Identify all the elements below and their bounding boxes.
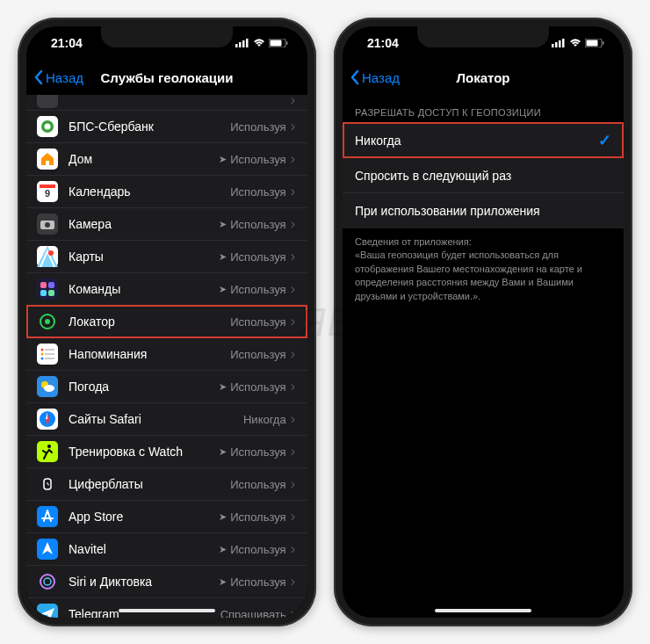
- app-icon: [37, 409, 58, 430]
- table-row-partial[interactable]: ›: [26, 95, 307, 111]
- svg-rect-29: [45, 349, 54, 351]
- app-icon: [37, 95, 58, 108]
- svg-rect-1: [239, 42, 242, 47]
- table-row[interactable]: Siri и Диктовка ➤ Используя ›: [26, 566, 307, 598]
- table-row[interactable]: Сайты Safari Никогда ›: [26, 403, 307, 436]
- svg-rect-0: [235, 44, 238, 47]
- app-icon: [37, 213, 58, 235]
- app-name: Сайты Safari: [69, 412, 243, 426]
- svg-point-40: [47, 445, 51, 448]
- app-name: Тренировка с Watch: [69, 445, 219, 459]
- svg-rect-23: [48, 290, 54, 296]
- svg-point-28: [41, 349, 44, 351]
- table-row[interactable]: Циферблаты Используя ›: [26, 468, 307, 501]
- app-status: ➤ Используя: [219, 250, 285, 264]
- app-status: Используя: [230, 315, 285, 329]
- options-content[interactable]: РАЗРЕШАТЬ ДОСТУП К ГЕОПОЗИЦИИ Никогда ✓ …: [343, 95, 624, 618]
- location-arrow-icon: ➤: [219, 544, 227, 555]
- table-row[interactable]: Напоминания Используя ›: [26, 338, 307, 371]
- chevron-right-icon: ›: [291, 249, 295, 264]
- option-row[interactable]: Спросить в следующий раз: [343, 158, 624, 193]
- app-icon: 9: [37, 181, 58, 202]
- app-name: App Store: [69, 510, 219, 524]
- nav-bar: Назад Локатор: [343, 60, 624, 95]
- app-icon: [37, 116, 58, 137]
- table-row[interactable]: App Store ➤ Используя ›: [26, 501, 307, 533]
- status-indicators: [552, 39, 604, 47]
- wifi-icon: [253, 39, 265, 47]
- app-list-content[interactable]: › БПС-Сбербанк Используя › Дом ➤ Использ…: [26, 95, 307, 618]
- status-indicators: [235, 39, 288, 47]
- chevron-right-icon: ›: [291, 606, 295, 618]
- app-icon: [37, 246, 58, 267]
- svg-rect-59: [587, 40, 598, 47]
- svg-rect-20: [40, 282, 47, 288]
- chevron-right-icon: ›: [291, 411, 295, 427]
- svg-rect-3: [246, 39, 249, 47]
- app-status: ➤ Используя: [219, 218, 285, 231]
- app-status: Используя: [230, 478, 285, 491]
- app-name: Siri и Диктовка: [69, 575, 219, 589]
- signal-icon: [552, 39, 566, 47]
- home-indicator[interactable]: [119, 609, 215, 612]
- app-name: Команды: [69, 282, 219, 296]
- screen-right: 21:04 Назад Локатор РАЗРЕШАТЬ ДОСТУП К Г…: [343, 26, 624, 618]
- phone-left: 21:04 Назад Службы геолокации › БПС-Сбер…: [18, 18, 316, 626]
- nav-bar: Назад Службы геолокации: [26, 60, 307, 95]
- table-row[interactable]: Карты ➤ Используя ›: [26, 241, 307, 273]
- back-label: Назад: [46, 70, 83, 85]
- table-row[interactable]: Погода ➤ Используя ›: [26, 371, 307, 403]
- location-arrow-icon: ➤: [219, 251, 227, 263]
- location-arrow-icon: ➤: [219, 284, 227, 295]
- svg-rect-48: [37, 604, 58, 618]
- app-icon: [37, 344, 58, 365]
- option-label: Никогда: [355, 134, 401, 148]
- back-label: Назад: [362, 70, 400, 85]
- app-name: Камера: [69, 217, 219, 231]
- app-status: Спрашивать: [220, 608, 286, 619]
- table-row[interactable]: Локатор Используя ›: [26, 306, 307, 338]
- svg-rect-43: [37, 506, 58, 527]
- table-row[interactable]: 9 Календарь Используя ›: [26, 176, 307, 208]
- location-arrow-icon: ➤: [219, 381, 227, 393]
- svg-rect-60: [603, 41, 604, 45]
- option-row[interactable]: При использовании приложения: [343, 193, 624, 228]
- table-row[interactable]: Камера ➤ Используя ›: [26, 208, 307, 241]
- table-row[interactable]: Telegram Спрашивать ›: [26, 598, 307, 618]
- app-icon: [37, 539, 58, 560]
- chevron-right-icon: ›: [291, 314, 295, 329]
- app-name: Локатор: [69, 315, 230, 329]
- back-button[interactable]: Назад: [350, 69, 400, 85]
- phone-right: 21:04 Назад Локатор РАЗРЕШАТЬ ДОСТУП К Г…: [334, 18, 632, 626]
- app-icon: [37, 474, 58, 495]
- home-indicator[interactable]: [435, 609, 531, 612]
- chevron-right-icon: ›: [291, 281, 295, 297]
- location-arrow-icon: ➤: [219, 154, 227, 165]
- status-time: 21:04: [51, 36, 83, 50]
- footer-title: Сведения от приложения:: [355, 235, 611, 249]
- location-arrow-icon: ➤: [219, 511, 227, 523]
- table-row[interactable]: Дом ➤ Используя ›: [26, 143, 307, 176]
- svg-rect-55: [555, 42, 558, 47]
- app-icon: [37, 441, 58, 462]
- location-arrow-icon: ➤: [219, 576, 227, 588]
- table-row[interactable]: Navitel ➤ Используя ›: [26, 533, 307, 566]
- location-arrow-icon: ➤: [219, 219, 227, 230]
- svg-rect-54: [552, 44, 554, 47]
- app-name: Календарь: [69, 185, 230, 199]
- footer-body: «Ваша геопозиция будет использоваться дл…: [355, 249, 611, 303]
- svg-rect-33: [45, 358, 54, 359]
- svg-text:9: 9: [45, 188, 50, 199]
- option-row[interactable]: Никогда ✓: [343, 123, 624, 158]
- app-icon: [37, 279, 58, 300]
- table-row[interactable]: Тренировка с Watch ➤ Используя ›: [26, 436, 307, 468]
- chevron-right-icon: ›: [291, 444, 295, 459]
- svg-rect-19: [37, 279, 58, 300]
- table-row[interactable]: Команды ➤ Используя ›: [26, 273, 307, 306]
- app-status: Используя: [230, 348, 285, 361]
- table-row[interactable]: БПС-Сбербанк Используя ›: [26, 111, 307, 143]
- option-label: Спросить в следующий раз: [355, 169, 511, 183]
- back-button[interactable]: Назад: [33, 69, 83, 85]
- chevron-right-icon: ›: [291, 151, 295, 167]
- svg-rect-2: [242, 40, 245, 47]
